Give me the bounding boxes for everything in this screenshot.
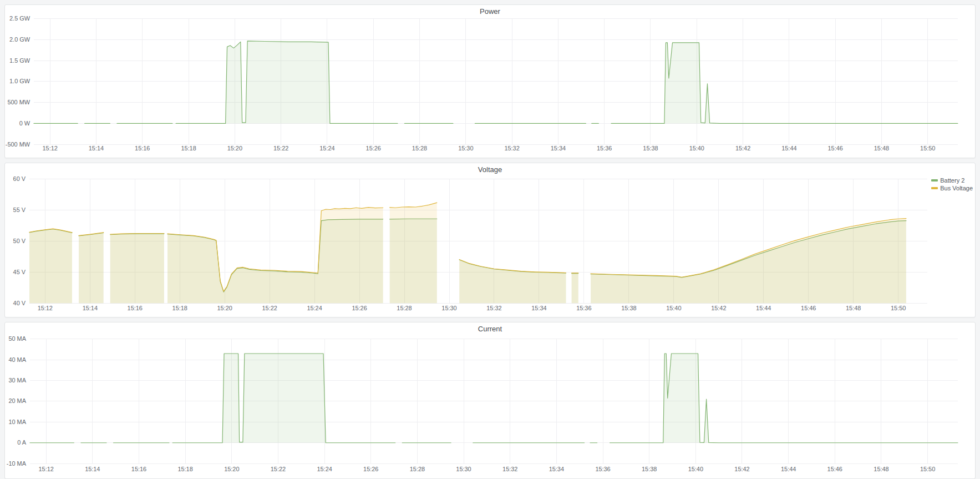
y-tick-label: 1.5 GW [9, 57, 31, 64]
voltage-legend: Battery 2 Bus Voltage [931, 177, 973, 192]
panel-power-title[interactable]: Power [480, 7, 500, 16]
x-tick-label: 15:36 [597, 145, 612, 152]
grid: 2.5 GW2.0 GW1.5 GW1.0 GW500 MW0 W-500 MW… [6, 15, 958, 152]
x-tick-label: 15:38 [643, 145, 658, 152]
x-tick-label: 15:16 [128, 305, 143, 311]
panel-current-title[interactable]: Current [478, 325, 502, 333]
x-tick-label: 15:22 [273, 145, 288, 152]
legend-item-battery-2[interactable]: Battery 2 [931, 177, 973, 184]
x-tick-label: 15:30 [441, 305, 456, 311]
series-fill [172, 354, 395, 443]
x-tick-label: 15:18 [177, 466, 192, 472]
grid: 50 MA40 MA30 MA20 MA10 MA0 A-10 MA15:121… [7, 335, 958, 472]
y-tick-label: -500 MW [6, 141, 31, 148]
y-tick-label: 45 V [13, 269, 26, 275]
legend-item-bus-voltage[interactable]: Bus Voltage [931, 184, 973, 192]
x-tick-label: 15:50 [891, 305, 906, 311]
series-fill [611, 43, 958, 124]
x-tick-label: 15:12 [39, 466, 54, 472]
series-fill [591, 219, 906, 303]
x-tick-label: 15:44 [781, 145, 796, 152]
y-tick-label: 1.0 GW [9, 78, 31, 84]
y-tick-label: 50 V [13, 238, 26, 244]
x-tick-label: 15:28 [412, 145, 427, 152]
y-tick-label: 0 W [19, 120, 31, 127]
panel-power-header[interactable]: Power [5, 5, 975, 17]
x-tick-label: 15:44 [781, 466, 796, 472]
current-plot[interactable]: 50 MA40 MA30 MA20 MA10 MA0 A-10 MA15:121… [5, 322, 975, 478]
panel-voltage-header[interactable]: Voltage [5, 163, 975, 175]
voltage-plot[interactable]: 60 V55 V50 V45 V40 V15:1215:1415:1615:18… [5, 163, 975, 317]
y-tick-label: 40 V [13, 300, 26, 306]
x-tick-label: 15:32 [486, 305, 501, 311]
x-tick-label: 15:24 [317, 466, 332, 472]
legend-label-battery-2: Battery 2 [940, 177, 964, 184]
series-power [34, 41, 958, 124]
x-tick-label: 15:28 [410, 466, 425, 472]
x-tick-label: 15:26 [366, 145, 381, 152]
y-tick-label: 0 A [17, 439, 26, 446]
series-fill [459, 259, 566, 303]
x-tick-label: 15:34 [551, 145, 566, 152]
x-tick-label: 15:16 [135, 145, 150, 152]
x-tick-label: 15:38 [642, 466, 657, 472]
x-tick-label: 15:24 [307, 305, 322, 311]
y-tick-label: 40 MA [8, 356, 26, 363]
x-tick-label: 15:48 [846, 305, 861, 311]
dashboard: Power 2.5 GW2.0 GW1.5 GW1.0 GW500 MW0 W-… [0, 0, 980, 479]
x-tick-label: 15:42 [711, 305, 726, 311]
power-plot[interactable]: 2.5 GW2.0 GW1.5 GW1.0 GW500 MW0 W-500 MW… [5, 5, 975, 158]
panel-voltage: Voltage 60 V55 V50 V45 V40 V15:1215:1415… [4, 163, 976, 317]
x-tick-label: 15:26 [363, 466, 378, 472]
panel-power: Power 2.5 GW2.0 GW1.5 GW1.0 GW500 MW0 W-… [4, 4, 976, 158]
x-tick-label: 15:46 [801, 305, 816, 311]
series-line [611, 43, 958, 124]
x-tick-label: 15:32 [502, 466, 517, 472]
y-tick-label: 60 V [13, 175, 26, 182]
series-fill [610, 354, 958, 443]
x-tick-label: 15:40 [666, 305, 681, 311]
x-tick-label: 15:22 [271, 466, 286, 472]
y-tick-label: 2.0 GW [9, 36, 31, 43]
x-tick-label: 15:28 [397, 305, 412, 311]
x-tick-label: 15:26 [352, 305, 367, 311]
x-tick-label: 15:20 [224, 466, 239, 472]
x-tick-label: 15:42 [734, 466, 749, 472]
x-tick-label: 15:16 [131, 466, 146, 472]
x-tick-label: 15:14 [83, 305, 98, 311]
x-tick-label: 15:36 [595, 466, 610, 472]
series-fill [390, 203, 437, 303]
y-tick-label: 50 MA [8, 335, 26, 342]
battery-2-series-swatch-icon [931, 179, 938, 181]
power-chart-area[interactable]: 2.5 GW2.0 GW1.5 GW1.0 GW500 MW0 W-500 MW… [5, 5, 975, 158]
y-tick-label: 10 MA [8, 419, 26, 425]
panel-current-header[interactable]: Current [5, 322, 975, 335]
bus-voltage-series-swatch-icon [931, 187, 938, 189]
series-fill [29, 229, 72, 303]
series-current [30, 354, 958, 443]
x-tick-label: 15:18 [172, 305, 187, 311]
x-tick-label: 15:38 [621, 305, 636, 311]
x-tick-label: 15:40 [689, 145, 704, 152]
x-tick-label: 15:14 [89, 145, 104, 152]
x-tick-label: 15:20 [217, 305, 232, 311]
series-fill [79, 233, 104, 303]
panel-voltage-title[interactable]: Voltage [478, 165, 502, 174]
x-tick-label: 15:24 [319, 145, 334, 152]
x-tick-label: 15:30 [456, 466, 471, 472]
x-tick-label: 15:18 [181, 145, 196, 152]
current-chart-area[interactable]: 50 MA40 MA30 MA20 MA10 MA0 A-10 MA15:121… [5, 322, 975, 478]
y-tick-label: 500 MW [7, 99, 30, 105]
series-fill [572, 273, 578, 303]
x-tick-label: 15:12 [38, 305, 53, 311]
y-tick-label: 30 MA [8, 377, 26, 384]
x-tick-label: 15:50 [920, 145, 935, 152]
x-tick-label: 15:20 [227, 145, 242, 152]
voltage-chart-area[interactable]: 60 V55 V50 V45 V40 V15:1215:1415:1615:18… [5, 163, 975, 317]
x-tick-label: 15:48 [874, 466, 888, 472]
x-tick-label: 15:40 [688, 466, 703, 472]
series-line [610, 354, 958, 443]
x-tick-label: 15:44 [756, 305, 771, 311]
legend-label-bus-voltage: Bus Voltage [940, 185, 973, 191]
x-tick-label: 15:30 [458, 145, 473, 152]
